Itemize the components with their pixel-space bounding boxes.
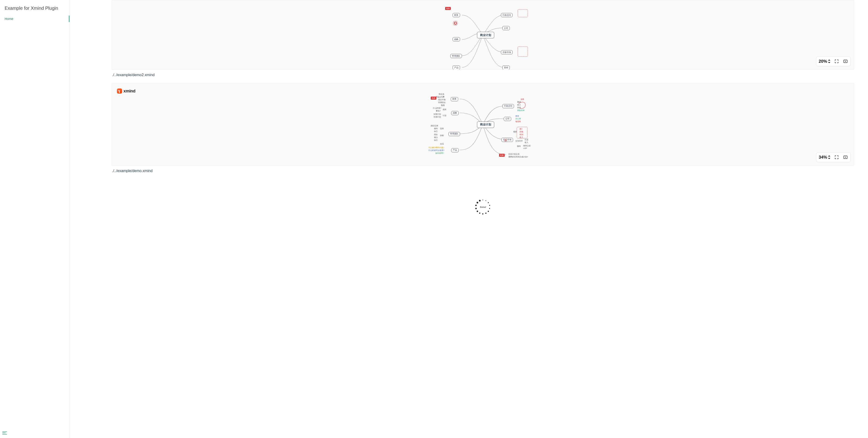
mindmap-node: 战略 <box>453 37 460 41</box>
mindmap-leaf: 损益&与费 <box>436 96 444 98</box>
loading-label: Xmind <box>480 206 486 208</box>
fullscreen-button[interactable] <box>834 155 839 160</box>
mindmap-dashed-box <box>518 9 528 17</box>
mindmap-leaf: 位置 <box>525 138 528 141</box>
chevron-updown-icon <box>828 60 830 63</box>
sidebar-nav: Home <box>0 15 69 22</box>
hamburger-icon[interactable] <box>2 431 7 435</box>
xmind-viewer-1[interactable]: 商业计划 财务 战略 管理团队 产品 行政总结 公司 目标市场 里程 信息 <box>112 0 854 70</box>
mindmap-leaf: 概述 <box>517 101 521 103</box>
presentation-button[interactable] <box>843 59 848 64</box>
mindmap-leaf: 目前计划之后 <box>508 153 520 155</box>
mindmap-leaf: 维? <box>520 128 522 130</box>
zoom-value: 34% <box>819 155 827 160</box>
mindmap-leaf: 短期计划 <box>434 113 441 115</box>
mindmap-tag: 信息 <box>445 7 451 10</box>
mindmap-node: 管理团队 <box>448 132 460 136</box>
mindmap-tag: 结束 <box>499 154 505 157</box>
mindmap-leaf: 办公室 <box>515 117 521 120</box>
page-title: Example for Xmind Plugin <box>0 6 69 15</box>
target-icon <box>453 21 458 26</box>
xmind-brand: xmind <box>117 89 135 94</box>
mindmap-node: 战略 <box>451 111 459 115</box>
mindmap-leaf: 技能 <box>440 134 444 137</box>
viewer-caption: ./../example/demo.xmind <box>112 169 854 173</box>
xmind-viewer-2[interactable]: xmind <box>112 83 854 166</box>
mindmap-leaf: 收入 <box>517 104 521 106</box>
mindmap-root-node: 商业计划 <box>477 122 494 128</box>
mindmap-leaf: 收入 <box>520 136 523 139</box>
mindmap-leaf: 独特之处 <box>523 144 531 147</box>
mindmap-node: 目标市场 <box>501 138 513 142</box>
chevron-updown-icon <box>828 155 830 159</box>
mindmap-leaf: 现金流 <box>439 93 444 96</box>
mindmap-leaf: 持续 <box>517 106 521 109</box>
viewer-toolbar: 20% <box>816 57 850 66</box>
fullscreen-button[interactable] <box>834 59 839 64</box>
sidebar-item-home[interactable]: Home <box>0 15 69 22</box>
loading-spinner: Xmind <box>474 199 491 215</box>
zoom-control[interactable]: 34% <box>819 155 830 160</box>
mindmap-leaf: 独特 <box>517 145 521 147</box>
main-content: 商业计划 财务 战略 管理团队 产品 行政总结 公司 目标市场 里程 信息 <box>70 0 868 438</box>
mindmap-leaf: 跟踪记录 <box>431 125 438 127</box>
mindmap-dashed-box <box>518 46 528 57</box>
mindmap-tag: 信息 <box>431 97 436 100</box>
zoom-control[interactable]: 20% <box>819 59 830 64</box>
mindmap-leaf: 如何使用? <box>435 152 444 155</box>
mindmap-leaf: 做法 <box>434 136 438 139</box>
mindmap-leaf: 现在 <box>434 133 438 136</box>
mindmap-leaf: 风险资本 <box>517 109 525 112</box>
mindmap-node: 行政总结 <box>502 104 514 108</box>
presentation-button[interactable] <box>843 155 848 160</box>
mindmap-leaf: 使命 <box>515 115 519 117</box>
mindmap-root-node: 商业计划 <box>477 32 494 38</box>
mindmap-leaf: 成就 <box>443 108 446 111</box>
mindmap-node: 里程 <box>502 66 510 69</box>
mindmap-leaf: 预测 <box>441 104 445 107</box>
mindmap-node: 目标市场 <box>501 50 513 54</box>
mindmap-leaf: 价格 <box>520 131 523 133</box>
mindmap-node: 财务 <box>451 97 458 101</box>
mindmap-node: 行政总结 <box>501 13 513 17</box>
mindmap-leaf: 什么时候可以使用? <box>428 149 444 151</box>
mindmap-leaf: 现金平衡 <box>438 98 445 101</box>
mindmap-node: 公司 <box>504 117 511 121</box>
mindmap-node: 财务 <box>453 13 460 17</box>
mindmap-node: 管理团队 <box>450 54 462 58</box>
xmind-logo-icon <box>117 89 122 94</box>
viewer-toolbar: 34% <box>816 153 850 162</box>
mindmap-leaf: 合适 <box>440 143 444 145</box>
mindmap-leaf: 自己 <box>434 139 438 141</box>
mindmap-leaf: 需要多长时间完成计划? <box>508 156 528 158</box>
mindmap-node: 产品 <box>451 148 459 153</box>
mindmap-leaf: 性别 <box>520 133 523 136</box>
target-icon <box>504 139 507 142</box>
mindmap-leaf: 可以解决哪些问题? <box>428 146 444 149</box>
mindmap-leaf: 什么时候? <box>433 107 441 109</box>
mindmap-leaf: 计划 <box>443 114 446 117</box>
mindmap-leaf: 竞争对手 <box>515 140 523 142</box>
mindmap-leaf: 地理性 <box>515 120 521 123</box>
mindmap-leaf: 收入 <box>525 141 528 144</box>
mindmap-leaf: 长期计划 <box>434 116 441 118</box>
xmind-viewer-loading: Xmind <box>112 179 854 235</box>
mindmap-node: 产品 <box>453 66 460 69</box>
mindmap-leaf: USP <box>523 147 527 149</box>
mindmap-leaf: 做到 <box>434 127 438 130</box>
zoom-value: 20% <box>819 59 827 64</box>
mindmap-node: 公司 <box>502 26 510 30</box>
mindmap-leaf: 量化? <box>436 110 440 112</box>
xmind-logo-text: xmind <box>123 89 135 94</box>
mindmap-leaf: 环境资金 <box>438 101 445 104</box>
mindmap-leaf: 业务 <box>521 98 524 101</box>
mindmap-leaf: 规模 <box>513 131 517 133</box>
mindmap-leaf: 选择 <box>440 127 444 130</box>
mindmap-leaf: 自己 <box>434 130 438 133</box>
viewer-caption: ./../example/demo2.xmind <box>112 73 854 77</box>
